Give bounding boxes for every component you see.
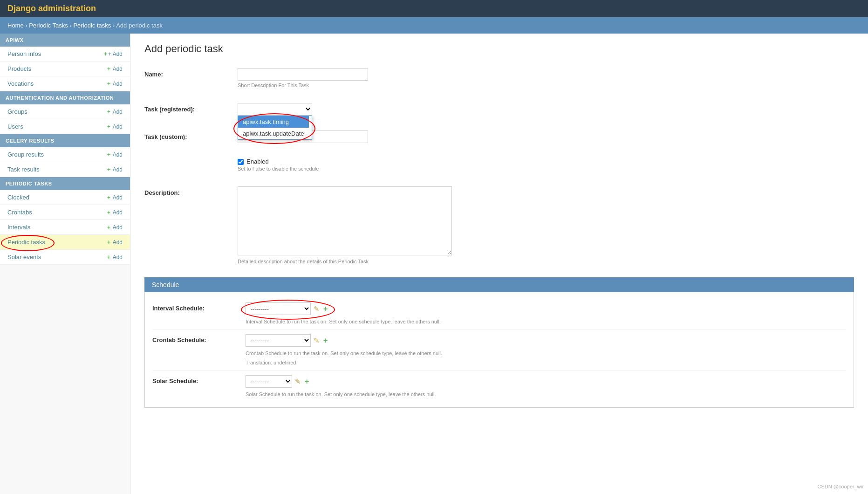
- name-help: Short Description For This Task: [238, 82, 854, 88]
- sidebar-item-vocations[interactable]: Vocations + Add: [0, 76, 130, 91]
- sidebar-section-apiwx: APIWX: [0, 34, 130, 47]
- schedule-row-crontab: Crontab Schedule: --------- ✎ +: [152, 329, 846, 370]
- add-crontabs-link[interactable]: + Add: [107, 209, 123, 216]
- schedule-header: Schedule: [144, 277, 854, 292]
- description-label: Description:: [144, 186, 238, 196]
- main-content: Add periodic task Name: Short Descriptio…: [130, 34, 868, 494]
- crontab-add-button[interactable]: +: [322, 336, 328, 346]
- crontab-help2: Translation: undefined: [246, 360, 296, 365]
- interval-help: Interval Schedule to run the task on. Se…: [246, 319, 441, 324]
- add-icon: +: [323, 305, 328, 313]
- enabled-label[interactable]: Enabled: [246, 158, 269, 165]
- solar-add-button[interactable]: +: [304, 377, 310, 387]
- schedule-row-interval: Interval Schedule: --------- ✎ +: [152, 298, 846, 329]
- add-person-infos-link[interactable]: ++ Add: [104, 51, 123, 57]
- form-row-task-registered: Task (registered): apiwx.task.timing api…: [144, 99, 854, 119]
- name-input[interactable]: [238, 68, 368, 81]
- sidebar-section-periodic-tasks: PERIODIC TASKS: [0, 177, 130, 190]
- solar-edit-button[interactable]: ✎: [294, 377, 302, 387]
- interval-add-button[interactable]: +: [322, 304, 328, 314]
- task-dropdown-popup: apiwx.task.timing apiwx.task.updateDate: [238, 116, 312, 140]
- description-help: Detailed description about the details o…: [238, 259, 854, 264]
- crontab-edit-icon: ✎: [314, 336, 320, 344]
- page-title: Add periodic task: [144, 43, 854, 55]
- enabled-checkbox[interactable]: [238, 159, 244, 165]
- add-products-link[interactable]: + Add: [107, 66, 123, 72]
- solar-edit-icon: ✎: [295, 377, 301, 385]
- sidebar-item-task-results[interactable]: Task results + Add: [0, 162, 130, 177]
- schedule-body: Interval Schedule: --------- ✎ +: [144, 292, 854, 408]
- sidebar-item-clocked[interactable]: Clocked + Add: [0, 190, 130, 205]
- description-textarea[interactable]: [238, 186, 452, 255]
- sidebar-item-solar-events[interactable]: Solar events + Add: [0, 250, 130, 265]
- task-registered-select[interactable]: apiwx.task.timing apiwx.task.updateDate: [238, 103, 312, 116]
- interval-edit-button[interactable]: ✎: [313, 304, 321, 314]
- solar-label: Solar Schedule:: [152, 375, 246, 384]
- task-option-timing[interactable]: apiwx.task.timing: [238, 116, 309, 128]
- add-intervals-link[interactable]: + Add: [107, 224, 123, 231]
- name-field-wrapper: Short Description For This Task: [238, 68, 854, 88]
- add-periodic-tasks-link[interactable]: + Add: [107, 239, 123, 246]
- sidebar-item-person-infos[interactable]: Person infos ++ Add: [0, 47, 130, 62]
- add-group-results-link[interactable]: + Add: [107, 151, 123, 158]
- sidebar-section-celery: CELERY RESULTS: [0, 134, 130, 147]
- add-clocked-link[interactable]: + Add: [107, 194, 123, 201]
- crontab-controls: --------- ✎ +: [246, 334, 328, 347]
- form-row-name: Name: Short Description For This Task: [144, 64, 854, 92]
- crontab-label: Crontab Schedule:: [152, 334, 246, 343]
- breadcrumb-current: Add periodic task: [116, 22, 163, 29]
- crontab-select[interactable]: ---------: [246, 334, 311, 347]
- enabled-help: Set to False to disable the schedule: [238, 166, 854, 172]
- name-label: Name:: [144, 68, 238, 78]
- header: Django administration: [0, 0, 868, 17]
- sidebar-section-auth: AUTHENTICATION AND AUTHORIZATION: [0, 91, 130, 104]
- solar-select[interactable]: ---------: [246, 375, 292, 388]
- breadcrumb-periodic-tasks[interactable]: Periodic Tasks: [29, 22, 68, 29]
- sidebar-item-intervals[interactable]: Intervals + Add: [0, 220, 130, 235]
- solar-help: Solar Schedule to run the task on. Set o…: [246, 391, 436, 397]
- add-users-link[interactable]: + Add: [107, 124, 123, 130]
- sidebar-item-groups[interactable]: Groups + Add: [0, 104, 130, 119]
- breadcrumb: Home › Periodic Tasks › Periodic tasks ›…: [0, 17, 868, 34]
- sidebar-item-users[interactable]: Users + Add: [0, 119, 130, 134]
- schedule-row-solar: Solar Schedule: --------- ✎ +: [152, 370, 846, 402]
- crontab-edit-button[interactable]: ✎: [313, 336, 321, 346]
- solar-add-icon: +: [305, 377, 309, 385]
- form-row-enabled: Enabled Set to False to disable the sche…: [144, 154, 854, 175]
- task-custom-label: Task (custom):: [144, 130, 238, 140]
- breadcrumb-home[interactable]: Home: [7, 22, 24, 29]
- interval-controls: --------- ✎ +: [246, 302, 328, 315]
- add-groups-link[interactable]: + Add: [107, 109, 123, 115]
- sidebar-item-crontabs[interactable]: Crontabs + Add: [0, 205, 130, 220]
- task-registered-label: Task (registered):: [144, 103, 238, 113]
- add-solar-events-link[interactable]: + Add: [107, 254, 123, 261]
- breadcrumb-periodic-tasks-sub[interactable]: Periodic tasks: [73, 22, 111, 29]
- task-option-updatedate[interactable]: apiwx.task.updateDate: [238, 128, 309, 139]
- sidebar-item-group-results[interactable]: Group results + Add: [0, 147, 130, 162]
- task-custom-field: [238, 130, 854, 143]
- add-task-results-link[interactable]: + Add: [107, 166, 123, 173]
- watermark: CSDN @cooper_wx: [817, 484, 863, 489]
- form-row-description: Description: Detailed description about …: [144, 183, 854, 268]
- add-vocations-link[interactable]: + Add: [107, 81, 123, 87]
- interval-label: Interval Schedule:: [152, 302, 246, 312]
- site-title: Django administration: [7, 4, 861, 14]
- sidebar: APIWX Person infos ++ Add Products + Add…: [0, 34, 130, 494]
- sidebar-item-periodic-tasks[interactable]: Periodic tasks + Add: [0, 235, 130, 250]
- sidebar-item-products[interactable]: Products + Add: [0, 62, 130, 76]
- schedule-section: Schedule Interval Schedule: --------- ✎: [144, 277, 854, 408]
- solar-controls: --------- ✎ +: [246, 375, 310, 388]
- task-registered-field: apiwx.task.timing apiwx.task.updateDate …: [238, 103, 854, 116]
- crontab-add-icon: +: [323, 336, 328, 344]
- crontab-help: Crontab Schedule to run the task on. Set…: [246, 350, 442, 356]
- interval-select[interactable]: ---------: [246, 302, 311, 315]
- edit-icon: ✎: [314, 305, 320, 313]
